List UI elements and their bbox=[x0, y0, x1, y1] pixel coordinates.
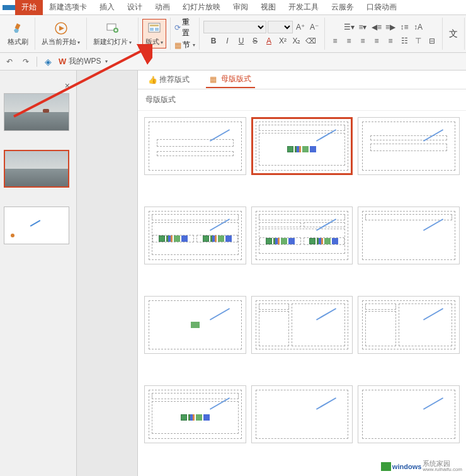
ribbon-tab-devtools[interactable]: 开发工具 bbox=[282, 0, 325, 15]
slide-thumbnail-2[interactable] bbox=[4, 150, 69, 188]
chevron-down-icon: ▾ bbox=[77, 40, 80, 45]
bullets-button[interactable]: ☰▾ bbox=[343, 21, 355, 33]
layout-button[interactable]: 版式▾ bbox=[142, 19, 166, 48]
layout-tab-recommend[interactable]: 👍 推荐版式 bbox=[144, 72, 193, 88]
thumbs-up-icon: 👍 bbox=[148, 76, 157, 84]
layout-dropdown-panel: 👍 推荐版式 ▦ 母版版式 母版版式 bbox=[137, 71, 466, 476]
font-family-select[interactable] bbox=[203, 21, 266, 33]
layout-option-title-slide[interactable] bbox=[144, 117, 246, 175]
subscript-button[interactable]: X₂ bbox=[290, 35, 303, 47]
underline-button[interactable]: U bbox=[235, 35, 247, 47]
wps-logo-icon: W bbox=[59, 57, 66, 66]
layout-icon bbox=[147, 21, 162, 36]
slide-canvas bbox=[77, 71, 137, 476]
layout-option-picture-caption[interactable] bbox=[358, 296, 460, 354]
layout-option-title-vertical-text[interactable] bbox=[144, 385, 246, 443]
clear-format-button[interactable]: ⌫ bbox=[304, 35, 317, 47]
align-top-button[interactable]: ⊤ bbox=[412, 35, 424, 47]
chevron-down-icon: ▾ bbox=[129, 40, 132, 45]
layout-option-two-content[interactable] bbox=[144, 207, 246, 264]
reset-icon: ⟳ bbox=[174, 23, 181, 32]
from-current-button[interactable]: 从当前开始▾ bbox=[39, 20, 82, 48]
columns-button[interactable]: ☷ bbox=[398, 35, 411, 47]
new-slide-button[interactable]: 新建幻灯片▾ bbox=[91, 20, 134, 48]
strikethrough-button[interactable]: S bbox=[249, 35, 261, 47]
layout-option-blank[interactable] bbox=[144, 296, 246, 354]
slide-thumbnails-panel: × bbox=[0, 71, 77, 476]
ribbon-tab-slideshow[interactable]: 幻灯片放映 bbox=[176, 0, 227, 15]
layout-option-title-content[interactable] bbox=[251, 117, 353, 175]
brush-icon bbox=[11, 21, 26, 36]
undo-button[interactable]: ↶ bbox=[4, 56, 15, 67]
layout-grid bbox=[138, 111, 466, 476]
ribbon-tab-home[interactable]: 开始 bbox=[15, 0, 43, 15]
watermark: windows 系统家园 www.ruihaifu.com bbox=[381, 460, 462, 472]
increase-indent-button[interactable]: ≡▶ bbox=[384, 21, 397, 33]
decrease-indent-button[interactable]: ◀≡ bbox=[370, 21, 383, 33]
ribbon-tabs: 开始 新建选项卡 插入 设计 动画 幻灯片放映 审阅 视图 开发工具 云服务 口… bbox=[0, 0, 466, 15]
layout-option-content-caption[interactable] bbox=[251, 296, 353, 354]
ribbon-tab-insert[interactable]: 插入 bbox=[93, 0, 121, 15]
reset-button[interactable]: ⟳重置 bbox=[174, 17, 195, 38]
toolbar: 格式刷 从当前开始▾ 新建幻灯片▾ 版式▾ ⟳重置 ▦节▾ A⁺ A⁻ B bbox=[0, 15, 466, 53]
slide-thumbnail-1[interactable] bbox=[4, 93, 69, 131]
section-icon: ▦ bbox=[174, 41, 181, 50]
align-middle-button[interactable]: ⊟ bbox=[426, 35, 438, 47]
bold-button[interactable]: B bbox=[207, 35, 220, 47]
line-spacing-button[interactable]: ↕≡ bbox=[398, 21, 411, 33]
ribbon-tab-view[interactable]: 视图 bbox=[254, 0, 282, 15]
ribbon-tab-design[interactable]: 设计 bbox=[121, 0, 149, 15]
superscript-button[interactable]: X² bbox=[276, 35, 289, 47]
quick-access-bar: ↶ ↷ ◈ W 我的WPS ▾ bbox=[0, 53, 466, 71]
svg-rect-7 bbox=[155, 28, 159, 31]
layout-option-comparison[interactable] bbox=[251, 207, 353, 264]
text-direction-button[interactable]: ↕A bbox=[412, 21, 424, 33]
ribbon-tab-cloud[interactable]: 云服务 bbox=[325, 0, 360, 15]
my-wps-button[interactable]: W 我的WPS ▾ bbox=[59, 56, 108, 67]
chevron-down-icon: ▾ bbox=[193, 42, 195, 48]
main-area: × 👍 推荐版式 ▦ 母版版式 母版版式 bbox=[0, 71, 466, 476]
font-color-button[interactable]: A bbox=[263, 35, 275, 47]
ribbon-tab-review[interactable]: 审阅 bbox=[227, 0, 254, 15]
section-button[interactable]: ▦节▾ bbox=[174, 40, 195, 50]
layout-tab-master[interactable]: ▦ 母版版式 bbox=[206, 71, 255, 88]
new-slide-icon bbox=[105, 21, 120, 36]
layout-tabs: 👍 推荐版式 ▦ 母版版式 bbox=[138, 71, 466, 89]
layout-section-title: 母版版式 bbox=[138, 89, 466, 111]
ribbon-tab-newtab[interactable]: 新建选项卡 bbox=[43, 0, 93, 15]
svg-rect-6 bbox=[150, 28, 154, 31]
font-grow-button[interactable]: A⁺ bbox=[294, 21, 307, 33]
play-icon bbox=[54, 21, 69, 36]
numbering-button[interactable]: ≡▾ bbox=[356, 21, 369, 33]
align-center-button[interactable]: ≡ bbox=[343, 35, 355, 47]
align-left-button[interactable]: ≡ bbox=[329, 35, 341, 47]
align-justify-button[interactable]: ≡ bbox=[370, 35, 383, 47]
watermark-logo-icon bbox=[381, 462, 391, 471]
distribute-button[interactable]: ≡ bbox=[384, 35, 397, 47]
text-group-button[interactable]: 文 bbox=[446, 27, 460, 41]
layout-option-section-header[interactable] bbox=[358, 117, 460, 175]
layout-option-title-only[interactable] bbox=[358, 207, 460, 264]
font-shrink-button[interactable]: A⁻ bbox=[308, 21, 321, 33]
redo-button[interactable]: ↷ bbox=[20, 56, 31, 67]
layout-option-vertical-title-text[interactable] bbox=[251, 385, 353, 443]
ribbon-tab-pocket[interactable]: 口袋动画 bbox=[360, 0, 403, 15]
chevron-down-icon: ▾ bbox=[161, 40, 163, 45]
font-size-select[interactable] bbox=[268, 21, 293, 33]
format-painter-button[interactable]: 格式刷 bbox=[5, 20, 31, 48]
slide-thumbnail-3[interactable] bbox=[4, 207, 69, 244]
ribbon-tab-file[interactable] bbox=[3, 5, 15, 10]
ribbon-tab-animation[interactable]: 动画 bbox=[149, 0, 176, 15]
layout-option-empty[interactable] bbox=[358, 385, 460, 443]
align-right-button[interactable]: ≡ bbox=[356, 35, 369, 47]
italic-button[interactable]: I bbox=[221, 35, 234, 47]
wps-cube-icon[interactable]: ◈ bbox=[42, 56, 54, 67]
chevron-down-icon: ▾ bbox=[105, 59, 108, 64]
close-panel-button[interactable]: × bbox=[65, 81, 70, 91]
grid-icon: ▦ bbox=[210, 75, 219, 84]
svg-rect-5 bbox=[150, 25, 159, 26]
